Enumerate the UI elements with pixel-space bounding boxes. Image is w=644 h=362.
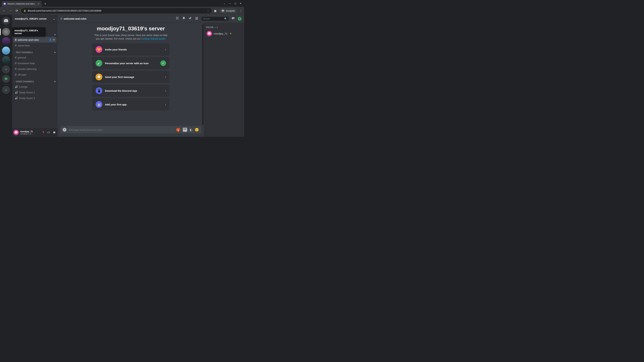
category-label: VOICE CHANNELS: [16, 80, 34, 83]
notifications-icon[interactable]: [182, 16, 186, 21]
channel-header: # welcome-and-rules Search 🔍: [58, 15, 244, 23]
home-button[interactable]: [2, 17, 10, 25]
card-invite-friends[interactable]: 🤝 Invite your friends ›: [92, 43, 170, 55]
download-button[interactable]: [2, 86, 10, 94]
chevron-down-icon: ⌄: [53, 17, 55, 20]
user-panel: moodjoy_71 moodjoy71_0...: [12, 128, 58, 137]
card-first-app[interactable]: 🤖 Add your first app ›: [92, 98, 170, 110]
scrollbar[interactable]: [202, 24, 204, 125]
emoji-icon[interactable]: 😊: [195, 128, 199, 132]
server-tooltip: moodjoy71_03619's server: [12, 27, 46, 36]
server-icon[interactable]: [2, 46, 10, 55]
crown-icon: ♛: [230, 32, 232, 35]
chevron-right-icon: ›: [165, 75, 166, 79]
invite-icon[interactable]: 👤: [49, 38, 52, 41]
card-download-app[interactable]: 📱 Download the Discord App ›: [92, 85, 170, 97]
chevron-right-icon: ›: [165, 89, 166, 92]
member-name: moodjoy_71: [214, 32, 228, 35]
member-avatar: [206, 31, 212, 36]
browser-tab[interactable]: Discord | #welcome-and-rules | ✕: [1, 1, 42, 7]
close-window-icon[interactable]: ✕: [240, 2, 242, 5]
gear-icon[interactable]: ⚙: [53, 38, 55, 41]
maximize-icon[interactable]: ▢: [234, 2, 236, 5]
gift-icon[interactable]: 🎁: [176, 128, 180, 132]
channel-title: welcome-and-rules: [64, 17, 86, 20]
address-bar: ← → ⟳ 🔒 discord.com/channels/11827258002…: [0, 7, 244, 15]
search-input[interactable]: Search 🔍: [202, 17, 228, 21]
download-icon: 📱: [96, 87, 102, 94]
server-header[interactable]: moodjoy71_03619's server ⌄: [12, 15, 58, 23]
new-tab-button[interactable]: +: [43, 1, 48, 6]
channel-label: off-topic: [18, 73, 26, 76]
close-icon[interactable]: ✕: [38, 2, 40, 5]
user-tag: moodjoy71_0...: [20, 133, 40, 135]
server-name: moodjoy71_03619's server: [15, 17, 46, 20]
pinned-icon[interactable]: [188, 16, 192, 21]
discord-favicon: [3, 2, 6, 5]
category-voice-channels[interactable]: ⌄ VOICE CHANNELS +: [14, 77, 56, 84]
tab-search-icon[interactable]: ⌄: [224, 2, 226, 5]
gif-button[interactable]: GIF: [183, 128, 187, 132]
channel-homework-help[interactable]: # homework-help: [14, 60, 56, 66]
voice-study-room-2[interactable]: 🔊 Study Room 2: [14, 95, 56, 101]
url-box[interactable]: 🔒 discord.com/channels/11827258002026169…: [21, 8, 212, 13]
channel-general[interactable]: # general: [14, 55, 56, 60]
mic-mute-button[interactable]: [41, 130, 46, 135]
card-label: Personalize your server with an icon: [105, 62, 148, 65]
incognito-badge[interactable]: 🕶 Incognito: [219, 8, 237, 13]
back-icon[interactable]: ←: [2, 9, 6, 12]
channel-label: homework-help: [18, 62, 35, 65]
settings-button[interactable]: [52, 130, 56, 135]
user-name: moodjoy_71: [20, 130, 40, 133]
server-icon-active[interactable]: moodjoy71_03619's server: [2, 28, 10, 36]
channel-label: Study Room 2: [19, 97, 35, 99]
add-channel-icon[interactable]: +: [54, 33, 56, 36]
welcome-section: moodjoy71_03619's server This is your br…: [58, 23, 204, 126]
members-icon[interactable]: [195, 16, 198, 21]
getting-started-link[interactable]: Getting Started guide: [142, 37, 165, 40]
hash-icon: #: [15, 67, 16, 71]
message-input-box[interactable]: + 🎁 GIF ◐ 😊: [60, 126, 201, 133]
browser-chrome: Discord | #welcome-and-rules | ✕ + ⌄ — ▢…: [0, 0, 244, 15]
extensions-icon[interactable]: ▣: [214, 9, 216, 12]
channel-label: name-here: [18, 44, 30, 47]
user-avatar[interactable]: [14, 130, 19, 135]
message-input[interactable]: [69, 128, 174, 131]
minimize-icon[interactable]: —: [229, 2, 231, 5]
menu-icon[interactable]: ⋮: [240, 9, 242, 12]
card-personalize[interactable]: 🖌 Personalize your server with an icon ✓: [92, 57, 170, 69]
forward-icon[interactable]: →: [8, 9, 12, 12]
attach-icon[interactable]: +: [63, 128, 66, 132]
card-label: Add your first app: [105, 103, 126, 106]
card-first-message[interactable]: 💬 Send your first message ›: [92, 71, 170, 83]
channel-session-planning[interactable]: # session-planning: [14, 66, 56, 72]
bookmark-icon[interactable]: ☆: [207, 9, 209, 12]
explore-button[interactable]: [2, 75, 10, 83]
reload-icon[interactable]: ⟳: [15, 9, 19, 12]
channel-welcome-and-rules[interactable]: # welcome-and-rules 👤 ⚙: [14, 37, 56, 42]
channel-name-here[interactable]: # name-here: [14, 42, 56, 48]
channel-label: session-planning: [18, 67, 36, 70]
hash-icon: #: [15, 38, 16, 42]
help-icon[interactable]: ?: [238, 17, 242, 21]
discord-app: moodjoy71_03619's server + moodjoy71_036…: [0, 15, 244, 137]
server-icon[interactable]: [2, 56, 10, 64]
voice-study-room-1[interactable]: 🔊 Study Room 1: [14, 89, 56, 95]
card-label: Send your first message: [105, 76, 134, 78]
channel-label: welcome-and-rules: [18, 38, 39, 41]
user-info[interactable]: moodjoy_71 moodjoy71_0...: [20, 130, 40, 135]
server-icon[interactable]: [2, 37, 10, 45]
add-channel-icon[interactable]: +: [54, 51, 56, 54]
voice-lounge[interactable]: 🔊 Lounge: [14, 84, 56, 89]
card-label: Invite your friends: [105, 48, 127, 51]
inbox-icon[interactable]: [232, 16, 235, 21]
channel-off-topic[interactable]: # off-topic: [14, 72, 56, 77]
threads-icon[interactable]: [176, 16, 179, 21]
add-server-button[interactable]: +: [2, 65, 10, 73]
member-row[interactable]: moodjoy_71 ♛: [206, 30, 242, 37]
deafen-button[interactable]: [46, 130, 51, 135]
add-channel-icon[interactable]: +: [54, 80, 56, 83]
sticker-icon[interactable]: ◐: [190, 128, 192, 132]
composer: + 🎁 GIF ◐ 😊: [58, 126, 204, 137]
category-text-channels[interactable]: ⌄ TEXT CHANNELS +: [14, 48, 56, 55]
